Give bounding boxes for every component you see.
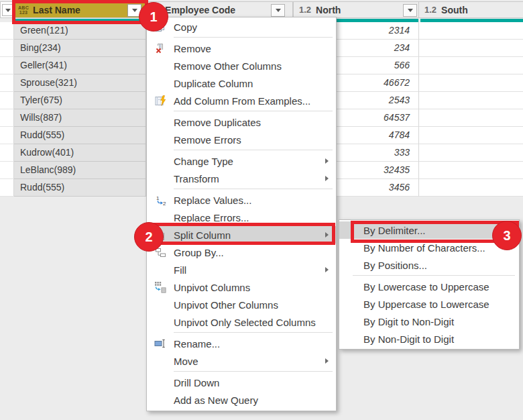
unpivot-columns-icon <box>147 281 174 293</box>
chevron-down-icon <box>5 9 11 12</box>
south-cell[interactable] <box>419 40 523 57</box>
replace-values-icon: 12 <box>147 195 174 206</box>
south-cell[interactable] <box>419 144 523 162</box>
column-header-label: Employee Code <box>165 5 235 15</box>
submenu-item-by-digit-to-non-digit[interactable]: By Digit to Non-Digit <box>339 313 519 330</box>
menu-separator <box>174 150 333 150</box>
menu-item-remove[interactable]: Remove <box>147 40 336 57</box>
menu-item-fill[interactable]: Fill <box>147 261 336 278</box>
last-name-cell[interactable]: Rudd(555) <box>14 127 146 144</box>
south-cell[interactable] <box>419 162 523 179</box>
annotation-step-1-badge: 1 <box>139 2 168 32</box>
row-number-cell[interactable] <box>0 57 14 74</box>
menu-separator <box>174 371 333 372</box>
svg-text:2: 2 <box>163 201 166 206</box>
last-name-cell[interactable]: Wills(887) <box>14 109 146 127</box>
last-name-cell[interactable]: Geller(341) <box>14 57 146 74</box>
menu-item-unpivot-only-selected-columns[interactable]: Unpivot Only Selected Columns <box>147 313 336 331</box>
south-cell[interactable] <box>419 57 523 74</box>
column-header-label: South <box>441 5 468 15</box>
row-number-cell[interactable] <box>0 92 14 109</box>
submenu-arrow-icon <box>325 176 336 181</box>
south-cell[interactable] <box>419 179 523 197</box>
menu-item-unpivot-columns[interactable]: Unpivot Columns <box>147 278 336 296</box>
south-cell[interactable] <box>419 74 523 92</box>
chevron-down-icon <box>408 9 413 12</box>
column-header-south[interactable]: 1.2 South <box>419 1 523 18</box>
row-number-cell[interactable] <box>0 144 14 162</box>
menu-separator <box>353 275 515 276</box>
south-cell[interactable] <box>419 109 523 127</box>
submenu-item-by-non-digit-to-digit[interactable]: By Non-Digit to Digit <box>339 330 519 348</box>
svg-text:1: 1 <box>156 195 160 201</box>
column-context-menu: Copy Remove Remove Other Columns Duplica… <box>146 17 337 411</box>
last-name-cell[interactable]: Sprouse(321) <box>14 74 146 92</box>
menu-separator <box>174 332 333 333</box>
filter-dropdown-button[interactable] <box>271 4 285 17</box>
menu-item-copy[interactable]: Copy <box>147 18 336 36</box>
last-name-cell[interactable]: LeBlanc(989) <box>14 162 146 179</box>
row-number-cell[interactable] <box>0 127 14 144</box>
last-name-cell[interactable]: Rudd(555) <box>14 179 146 197</box>
last-name-cell[interactable]: Kudrow(401) <box>14 144 146 162</box>
menu-item-add-column-from-examples[interactable]: Add Column From Examples... <box>147 92 336 109</box>
submenu-arrow-icon <box>325 267 336 272</box>
row-number-cell[interactable] <box>0 22 14 40</box>
last-name-cell[interactable]: Tyler(675) <box>14 92 146 109</box>
menu-separator <box>174 111 333 111</box>
submenu-item-by-positions[interactable]: By Positions... <box>339 256 519 274</box>
menu-separator <box>174 37 333 38</box>
row-number-cell[interactable] <box>0 74 14 92</box>
submenu-arrow-icon <box>325 358 336 364</box>
menu-item-drill-down[interactable]: Drill Down <box>147 374 336 391</box>
submenu-item-by-uppercase-to-lowercase[interactable]: By Uppercase to Lowercase <box>339 295 519 313</box>
filter-dropdown-button[interactable] <box>403 4 417 17</box>
menu-item-move[interactable]: Move <box>147 352 336 370</box>
menu-item-duplicate-column[interactable]: Duplicate Column <box>147 74 336 92</box>
menu-item-unpivot-other-columns[interactable]: Unpivot Other Columns <box>147 296 336 313</box>
menu-item-replace-values[interactable]: 12 Replace Values... <box>147 191 336 209</box>
row-number-cell[interactable] <box>0 40 14 57</box>
south-cell[interactable] <box>419 127 523 144</box>
annotation-step-2-badge: 2 <box>134 222 164 252</box>
annotation-box-last-name-header <box>12 0 148 24</box>
chevron-down-icon <box>276 9 281 12</box>
power-query-editor: ABC123 Last Name ABC123 Employee Code 1.… <box>0 0 523 420</box>
annotation-box-split-column <box>147 223 335 245</box>
submenu-arrow-icon <box>325 158 336 164</box>
menu-item-change-type[interactable]: Change Type <box>147 152 336 170</box>
south-cell[interactable] <box>419 22 523 40</box>
last-name-cell[interactable]: Green(121) <box>14 22 146 40</box>
last-name-cell[interactable]: Bing(234) <box>14 40 146 57</box>
menu-item-remove-errors[interactable]: Remove Errors <box>147 131 336 148</box>
south-cell[interactable] <box>419 92 523 109</box>
menu-item-group-by[interactable]: Group By... <box>147 244 336 261</box>
menu-item-transform[interactable]: Transform <box>147 170 336 187</box>
annotation-step-3-badge: 3 <box>492 221 522 250</box>
menu-item-remove-duplicates[interactable]: Remove Duplicates <box>147 113 336 131</box>
row-number-cell[interactable] <box>0 179 14 197</box>
row-number-cell[interactable] <box>0 162 14 179</box>
menu-item-add-as-new-query[interactable]: Add as New Query <box>147 391 336 409</box>
menu-item-rename[interactable]: Rename... <box>147 335 336 352</box>
column-header-label: North <box>316 5 341 15</box>
remove-column-icon <box>147 43 174 54</box>
decimal-type-icon: 1.2 <box>424 5 437 15</box>
menu-item-remove-other-columns[interactable]: Remove Other Columns <box>147 57 336 74</box>
column-header-north[interactable]: 1.2 North <box>293 1 419 18</box>
add-column-from-examples-icon <box>147 95 174 107</box>
row-number-cell[interactable] <box>0 109 14 127</box>
rename-icon <box>147 337 174 350</box>
decimal-type-icon: 1.2 <box>299 5 311 15</box>
menu-separator <box>174 189 333 189</box>
submenu-item-by-lowercase-to-uppercase[interactable]: By Lowercase to Uppercase <box>339 278 519 295</box>
